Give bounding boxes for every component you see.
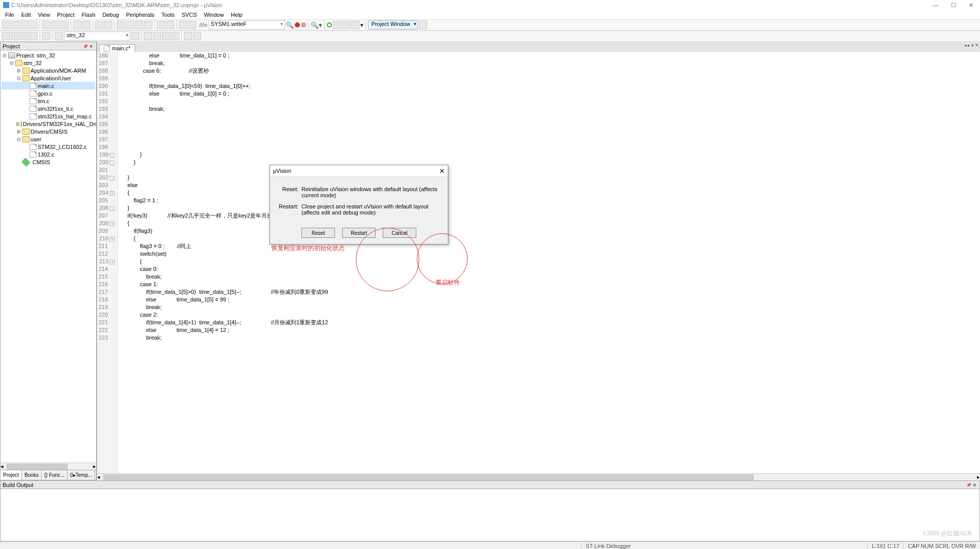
save-icon[interactable]	[20, 21, 28, 29]
cancel-button[interactable]: Cancel	[383, 228, 416, 238]
maximize-button[interactable]: ☐	[944, 0, 962, 10]
minimize-button[interactable]: —	[927, 0, 944, 10]
tree-item[interactable]: ⊟Application/User	[2, 74, 95, 82]
editor-hscroll[interactable]: ◂▸	[97, 473, 980, 480]
tree-item[interactable]: ⊞Application/MDK-ARM	[2, 67, 95, 74]
build-output-body[interactable]	[1, 489, 979, 541]
tool2-icon[interactable]	[342, 21, 350, 29]
step-out-icon[interactable]	[162, 32, 170, 40]
editor-tab-main-c[interactable]: main.c*	[99, 44, 135, 52]
menu-view[interactable]: View	[35, 11, 53, 18]
copy-icon[interactable]	[51, 21, 59, 29]
tree-item[interactable]: ⊞Drivers/STM32F1xx_HAL_Driv	[2, 120, 95, 128]
menu-file[interactable]: File	[2, 11, 17, 18]
stop-icon[interactable]	[184, 32, 192, 40]
menu-help[interactable]: Help	[228, 11, 246, 18]
target-combo[interactable]: stm_32	[64, 32, 130, 41]
open-file-icon[interactable]	[11, 21, 19, 29]
project-hscroll[interactable]: ◂▸	[1, 463, 96, 470]
menu-project[interactable]: Project	[54, 11, 77, 18]
menu-tools[interactable]: Tools	[159, 11, 178, 18]
bookmark-clear-icon[interactable]	[144, 21, 152, 29]
download-icon[interactable]	[42, 32, 50, 40]
breakpoint-disable-icon[interactable]	[301, 22, 306, 27]
paste-icon[interactable]	[60, 21, 69, 29]
debug-icon[interactable]: 🔍▾	[311, 21, 322, 29]
menu-edit[interactable]: Edit	[18, 11, 34, 18]
code-editor[interactable]: else time_data_1[1] = 0 ; break; case 6:…	[118, 52, 980, 473]
reset-cpu-icon[interactable]	[193, 32, 201, 40]
tree-item[interactable]: gpio.c	[2, 89, 95, 97]
menu-window[interactable]: Window	[201, 11, 227, 18]
comment-icon[interactable]	[179, 21, 187, 29]
tab-close-icon[interactable]: ✕	[975, 43, 979, 48]
nav-forward-icon[interactable]	[104, 21, 112, 29]
app-icon	[3, 2, 9, 8]
dialog-close-icon[interactable]: ✕	[439, 167, 445, 175]
restart-button[interactable]: Restart	[342, 228, 376, 238]
config-icon[interactable]	[351, 21, 359, 29]
tree-item[interactable]: main.c	[2, 82, 95, 89]
close-button[interactable]: ✕	[962, 0, 980, 10]
cut-icon[interactable]	[42, 21, 50, 29]
tab-nav-right-icon[interactable]: ▸	[968, 43, 970, 48]
project-tab[interactable]: {} Func...	[42, 470, 68, 480]
project-panel-title: Project	[3, 43, 20, 49]
tree-item[interactable]: ⊟stm_32	[2, 59, 95, 67]
tree-item-cmsis[interactable]: CMSIS	[2, 158, 95, 166]
status-debugger: ST-Link Debugger	[581, 543, 635, 549]
tree-item[interactable]: ⊞Drivers/CMSIS	[2, 128, 95, 135]
bookmark-icon[interactable]	[117, 21, 125, 29]
panel-pin-icon[interactable]: 📌	[82, 44, 88, 49]
uncomment-icon[interactable]	[188, 21, 196, 29]
project-tree[interactable]: ⊟Project: stm_32⊟stm_32⊞Application/MDK-…	[1, 50, 96, 463]
project-tab[interactable]: Project	[1, 470, 22, 480]
redo-icon[interactable]	[82, 21, 90, 29]
options-icon[interactable]	[131, 32, 139, 40]
rebuild-icon[interactable]	[20, 32, 28, 40]
run-to-icon[interactable]	[171, 32, 179, 40]
project-window-button[interactable]: Project Window	[368, 20, 418, 29]
new-file-icon[interactable]	[2, 21, 10, 29]
layout-icon[interactable]	[419, 21, 427, 29]
panel-close-icon[interactable]: ✕	[972, 482, 977, 488]
step-over-icon[interactable]	[153, 32, 161, 40]
tree-item[interactable]: 1302.c	[2, 150, 95, 158]
tab-nav-left-icon[interactable]: ◂	[964, 43, 967, 48]
project-tab[interactable]: Books	[22, 470, 42, 480]
find-combo[interactable]: SYSM1.writeF	[208, 20, 285, 29]
breakpoint-insert-icon[interactable]	[295, 22, 300, 27]
tree-item[interactable]: ⊟user	[2, 135, 95, 143]
batch-build-icon[interactable]	[29, 32, 38, 40]
indent-icon[interactable]	[157, 21, 165, 29]
tool-dropdown-icon[interactable]: ▾	[360, 22, 363, 28]
target-options-icon[interactable]	[55, 32, 63, 40]
build-icon[interactable]	[11, 32, 19, 40]
find-icon[interactable]: 🔍	[286, 21, 294, 29]
run-icon[interactable]	[327, 22, 332, 27]
panel-pin-icon[interactable]: 📌	[966, 482, 971, 488]
bookmark-next-icon[interactable]	[135, 21, 143, 29]
reset-button[interactable]: Reset	[301, 228, 335, 238]
menu-svcs[interactable]: SVCS	[178, 11, 200, 18]
menu-debug[interactable]: Debug	[100, 11, 122, 18]
panel-close-icon[interactable]: ✕	[88, 44, 94, 49]
translate-icon[interactable]	[2, 32, 10, 40]
step-icon[interactable]	[144, 32, 152, 40]
tree-item[interactable]: stm32f1xx_hal_msp.c	[2, 112, 95, 120]
undo-icon[interactable]	[73, 21, 81, 29]
nav-back-icon[interactable]	[95, 21, 103, 29]
bookmark-prev-icon[interactable]	[126, 21, 134, 29]
tree-item[interactable]: stm32f1xx_it.c	[2, 105, 95, 112]
outdent-icon[interactable]	[166, 21, 174, 29]
project-tab[interactable]: 0▸Temp...	[68, 470, 95, 480]
tree-item[interactable]: tim.c	[2, 97, 95, 105]
menu-flash[interactable]: Flash	[79, 11, 99, 18]
tool1-icon[interactable]	[333, 21, 341, 29]
menu-peripherals[interactable]: Peripherals	[123, 11, 158, 18]
save-all-icon[interactable]	[29, 21, 38, 29]
tab-list-icon[interactable]: ▾	[971, 43, 974, 48]
tree-item[interactable]: STM32_LCD1602.c	[2, 143, 95, 150]
tree-item[interactable]: ⊟Project: stm_32	[2, 51, 95, 59]
status-flags: CAP NUM SCRL OVR R/W	[903, 543, 980, 549]
